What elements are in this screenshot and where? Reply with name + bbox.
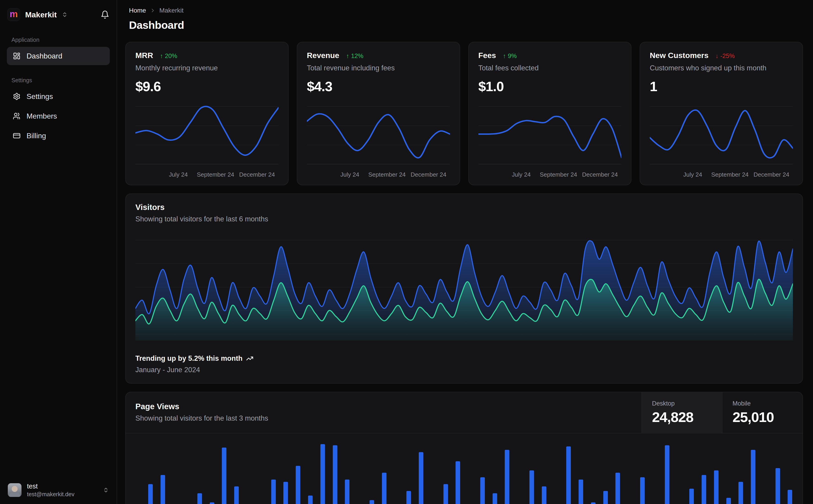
sidebar-item-settings[interactable]: Settings xyxy=(7,87,110,106)
trend-badge: ↑ 9% xyxy=(503,53,517,60)
visitors-subtitle: Showing total visitors for the last 6 mo… xyxy=(135,215,793,223)
trend-badge: ↑ 12% xyxy=(346,53,363,60)
makerkit-logo: m xyxy=(7,8,20,21)
bar xyxy=(333,445,337,504)
stat-card-new-customers: New Customers ↓ -25% Customers who signe… xyxy=(640,42,803,185)
breadcrumb-home-link[interactable]: Home xyxy=(129,7,146,14)
section-label-application: Application xyxy=(0,37,117,43)
bar xyxy=(160,475,165,504)
x-tick: December 24 xyxy=(582,171,618,178)
main-content: Home Makerkit Dashboard MRR ↑ 20% Monthl… xyxy=(117,0,813,504)
visitors-trend-text: Trending up by 5.2% this month xyxy=(135,354,243,363)
stat-description: Customers who signed up this month xyxy=(650,64,793,72)
x-tick: July 24 xyxy=(512,171,530,178)
bar xyxy=(234,486,239,504)
user-email: test@makerkit.dev xyxy=(27,491,74,498)
tab-mobile[interactable]: Mobile 25,010 xyxy=(722,392,802,433)
bar xyxy=(566,446,571,504)
stat-value: 1 xyxy=(650,79,793,94)
bar xyxy=(714,470,719,504)
trend-value: -25% xyxy=(720,53,735,60)
bar xyxy=(320,444,325,504)
workspace-selector[interactable]: m Makerkit xyxy=(0,0,117,23)
user-meta: test test@makerkit.dev xyxy=(27,483,74,498)
page-title: Dashboard xyxy=(129,19,803,31)
sparkline-chart xyxy=(478,101,622,167)
logo-letter: m xyxy=(10,9,18,19)
chevrons-up-down-icon xyxy=(103,487,109,493)
sidebar-item-members[interactable]: Members xyxy=(7,107,110,125)
stat-description: Total fees collected xyxy=(478,64,622,72)
user-name: test xyxy=(27,483,74,490)
trend-arrow-icon: ↑ xyxy=(160,53,163,60)
bar xyxy=(197,493,202,504)
sidebar: m Makerkit Application Dashboard Setting… xyxy=(0,0,117,504)
bar xyxy=(603,491,608,504)
bar xyxy=(591,502,595,504)
bar xyxy=(665,445,669,504)
stat-value: $9.6 xyxy=(135,79,279,94)
trend-arrow-icon: ↑ xyxy=(346,53,349,60)
notifications-bell-icon[interactable] xyxy=(101,10,109,19)
bar xyxy=(776,468,780,504)
breadcrumb-current: Makerkit xyxy=(159,7,183,14)
bar xyxy=(283,482,288,504)
bar xyxy=(689,489,694,504)
breadcrumb: Home Makerkit xyxy=(125,7,803,14)
sparkline-chart xyxy=(650,101,793,167)
bar xyxy=(296,466,300,504)
trending-up-icon xyxy=(246,355,254,362)
x-axis: July 24 September 24 December 24 xyxy=(650,170,793,180)
bar xyxy=(578,480,583,504)
x-tick: December 24 xyxy=(411,171,446,178)
visitors-date-range: January - June 2024 xyxy=(135,366,793,374)
stat-cards-row: MRR ↑ 20% Monthly recurring revenue $9.6… xyxy=(125,42,803,185)
bar xyxy=(345,480,349,504)
sidebar-item-label: Settings xyxy=(27,92,53,101)
tab-label: Mobile xyxy=(733,400,792,407)
bar xyxy=(406,491,411,504)
nav-application: Dashboard xyxy=(0,47,117,65)
bar xyxy=(370,500,374,504)
stat-title: Revenue xyxy=(307,51,339,60)
trend-badge: ↓ -25% xyxy=(715,53,735,60)
stat-card-mrr: MRR ↑ 20% Monthly recurring revenue $9.6… xyxy=(125,42,289,185)
sidebar-item-billing[interactable]: Billing xyxy=(7,127,110,145)
bar xyxy=(529,470,534,504)
stat-title: Fees xyxy=(478,51,496,60)
x-tick: December 24 xyxy=(239,171,275,178)
x-tick: September 24 xyxy=(711,171,749,178)
sidebar-item-label: Dashboard xyxy=(27,52,62,60)
workspace-name: Makerkit xyxy=(25,10,57,19)
tab-desktop[interactable]: Desktop 24,828 xyxy=(642,392,722,433)
bar xyxy=(751,450,755,504)
trend-value: 20% xyxy=(165,53,177,60)
users-icon xyxy=(13,112,21,120)
bar xyxy=(210,502,214,504)
avatar xyxy=(8,483,21,497)
visitors-area-chart xyxy=(135,234,793,341)
bar xyxy=(493,493,497,504)
bar xyxy=(308,496,313,504)
x-tick: July 24 xyxy=(340,171,359,178)
bar xyxy=(480,477,485,504)
x-axis: July 24 September 24 December 24 xyxy=(307,170,450,180)
stat-value: $1.0 xyxy=(478,79,622,94)
gear-icon xyxy=(13,93,21,100)
x-tick: September 24 xyxy=(540,171,577,178)
visitors-card: Visitors Showing total visitors for the … xyxy=(125,194,803,384)
sidebar-item-dashboard[interactable]: Dashboard xyxy=(7,47,110,65)
page-views-bar-chart xyxy=(136,438,792,504)
x-tick: July 24 xyxy=(683,171,702,178)
visitors-footer: Trending up by 5.2% this month xyxy=(135,354,793,363)
user-menu[interactable]: test test@makerkit.dev xyxy=(0,476,117,504)
bar xyxy=(443,484,448,504)
stat-title: New Customers xyxy=(650,51,709,60)
stat-card-fees: Fees ↑ 9% Total fees collected $1.0 July… xyxy=(468,42,632,185)
x-tick: September 24 xyxy=(368,171,405,178)
bar xyxy=(702,475,706,504)
trend-arrow-icon: ↑ xyxy=(503,53,506,60)
x-axis: July 24 September 24 December 24 xyxy=(478,170,622,180)
bar xyxy=(788,490,792,504)
page-views-title: Page Views xyxy=(135,402,632,411)
